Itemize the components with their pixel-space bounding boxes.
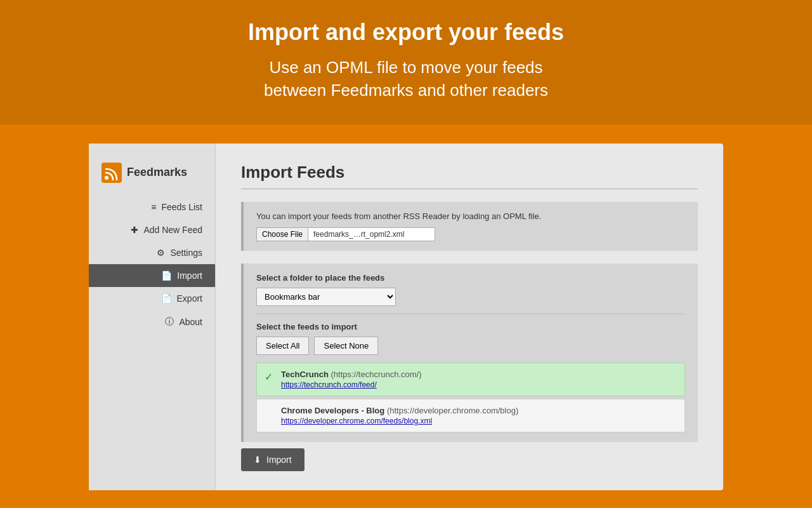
feed-info-chrome-developers: Chrome Developers - Blog (https://develo… (281, 406, 677, 425)
app-container: Feedmarks ≡ Feeds List ✚ Add New Feed ⚙ … (89, 144, 723, 490)
feed-name-chrome-developers: Chrome Developers - Blog (https://develo… (281, 406, 677, 415)
checkmark-placeholder-icon: ✓ (265, 407, 275, 419)
feed-inline-url-chrome-developers: (https://developer.chrome.com/blog) (387, 406, 518, 415)
content-area: Import Feeds You can import your feeds f… (216, 144, 723, 490)
file-input-row: Choose File feedmarks_…rt_opml2.xml (256, 227, 685, 241)
folder-select-dropdown[interactable]: Bookmarks bar Other Bookmarks Mobile Boo… (256, 288, 396, 306)
sidebar-nav: ≡ Feeds List ✚ Add New Feed ⚙ Settings 📄… (89, 196, 215, 334)
page-title: Import Feeds (241, 163, 698, 189)
divider (256, 314, 685, 314)
main-wrapper: Feedmarks ≡ Feeds List ✚ Add New Feed ⚙ … (0, 124, 812, 508)
sidebar-item-import-label: Import (177, 271, 202, 281)
svg-point-1 (105, 176, 108, 180)
header-subtitle-line2: between Feedmarks and other readers (264, 81, 548, 100)
select-none-button[interactable]: Select None (314, 337, 378, 355)
sidebar-item-import[interactable]: 📄 Import (89, 264, 215, 287)
folder-section-label: Select a folder to place the feeds (256, 273, 685, 283)
feeds-selection: Select the feeds to import Select All Se… (256, 322, 685, 432)
select-all-button[interactable]: Select All (256, 337, 309, 355)
sidebar-item-export-label: Export (177, 293, 202, 304)
select-buttons-row: Select All Select None (256, 337, 685, 355)
import-options-section: Select a folder to place the feeds Bookm… (241, 264, 698, 442)
info-text: You can import your feeds from another R… (256, 211, 685, 221)
file-upload-box: You can import your feeds from another R… (241, 202, 698, 251)
sidebar-item-settings-label: Settings (170, 248, 202, 258)
sidebar-item-export[interactable]: 📄 Export (89, 287, 215, 310)
settings-icon: ⚙ (157, 248, 165, 258)
header-title: Import and export your feeds (13, 19, 799, 46)
feed-inline-url-techcrunch: (https://techcrunch.com/) (331, 370, 422, 379)
feed-name-techcrunch: TechCrunch (https://techcrunch.com/) (281, 370, 677, 379)
feed-list: ✓ TechCrunch (https://techcrunch.com/) h… (256, 363, 685, 432)
sidebar-item-about-label: About (179, 317, 202, 327)
import-nav-icon: 📄 (161, 271, 172, 281)
feeds-list-icon: ≡ (151, 202, 156, 212)
sidebar-item-settings[interactable]: ⚙ Settings (89, 241, 215, 264)
sidebar-item-add-new-feed[interactable]: ✚ Add New Feed (89, 218, 215, 241)
about-icon: ⓘ (165, 316, 174, 328)
import-download-icon: ⬇ (254, 455, 261, 465)
sidebar-item-about[interactable]: ⓘ About (89, 310, 215, 334)
export-nav-icon: 📄 (161, 293, 172, 304)
file-name-display: feedmarks_…rt_opml2.xml (308, 227, 435, 241)
header-banner: Import and export your feeds Use an OPML… (0, 0, 812, 124)
feed-info-techcrunch: TechCrunch (https://techcrunch.com/) htt… (281, 370, 677, 389)
add-feed-icon: ✚ (131, 225, 138, 235)
sidebar-item-feeds-list[interactable]: ≡ Feeds List (89, 196, 215, 218)
feed-title-techcrunch: TechCrunch (281, 370, 331, 379)
import-button[interactable]: ⬇ Import (241, 448, 304, 471)
feed-url-techcrunch: https://techcrunch.com/feed/ (281, 380, 677, 389)
feed-title-chrome-developers: Chrome Developers - Blog (281, 406, 387, 415)
header-subtitle-line1: Use an OPML file to move your feeds (269, 58, 542, 77)
sidebar: Feedmarks ≡ Feeds List ✚ Add New Feed ⚙ … (89, 144, 216, 490)
feed-url-chrome-developers: https://developer.chrome.com/feeds/blog.… (281, 417, 677, 425)
sidebar-item-add-new-feed-label: Add New Feed (143, 225, 202, 235)
choose-file-button[interactable]: Choose File (256, 227, 308, 241)
checkmark-icon: ✓ (265, 371, 275, 383)
sidebar-logo-text: Feedmarks (127, 166, 187, 179)
feed-item-chrome-developers[interactable]: ✓ Chrome Developers - Blog (https://deve… (256, 399, 685, 432)
import-button-row: ⬇ Import (241, 448, 698, 471)
sidebar-logo: Feedmarks (89, 156, 215, 196)
sidebar-item-feeds-list-label: Feeds List (161, 202, 202, 212)
svg-rect-0 (102, 163, 122, 183)
folder-selection: Select a folder to place the feeds Bookm… (256, 273, 685, 306)
import-button-label: Import (266, 455, 292, 465)
rss-icon (102, 163, 122, 183)
feed-item-techcrunch[interactable]: ✓ TechCrunch (https://techcrunch.com/) h… (256, 363, 685, 396)
feeds-section-label: Select the feeds to import (256, 322, 685, 331)
header-subtitle: Use an OPML file to move your feeds betw… (13, 56, 799, 102)
